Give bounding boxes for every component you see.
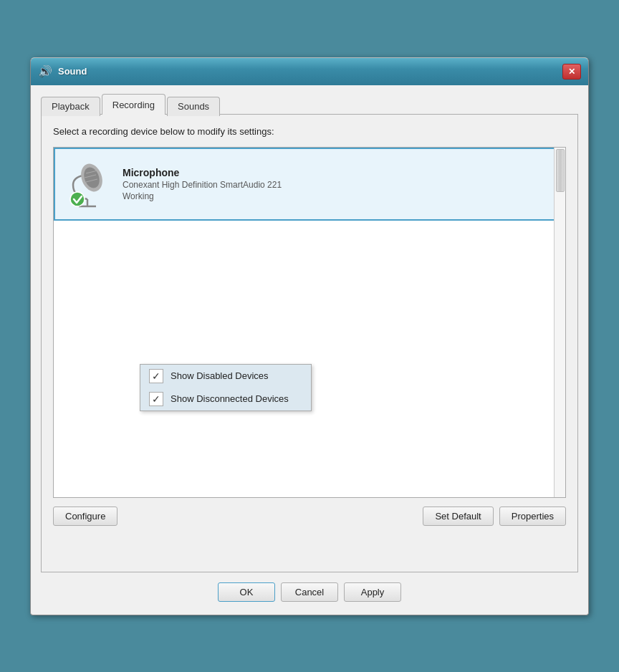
ok-button[interactable]: OK: [218, 582, 275, 602]
configure-button[interactable]: Configure: [53, 507, 117, 526]
device-item-microphone[interactable]: Microphone Conexant High Definition Smar…: [54, 148, 565, 221]
microphone-icon: [62, 159, 112, 209]
tabs-container: Playback Recording Sounds: [41, 94, 578, 115]
sound-dialog: 🔊 Sound ✕ Playback Recording Sounds Sele…: [30, 57, 589, 615]
apply-button[interactable]: Apply: [344, 582, 401, 602]
left-buttons: Configure: [53, 507, 117, 526]
context-menu-item-show-disconnected[interactable]: ✓ Show Disconnected Devices: [140, 388, 311, 411]
context-menu-item-show-disabled[interactable]: ✓ Show Disabled Devices: [140, 365, 311, 388]
tab-recording[interactable]: Recording: [102, 94, 165, 115]
tab-playback[interactable]: Playback: [41, 97, 100, 116]
scrollbar-thumb[interactable]: [556, 149, 565, 192]
cancel-button[interactable]: Cancel: [281, 582, 338, 602]
title-bar-icon: 🔊: [38, 64, 52, 79]
svg-point-7: [70, 192, 85, 206]
title-bar-title: Sound: [58, 66, 562, 77]
check-show-disconnected: ✓: [149, 392, 163, 406]
device-info: Microphone Conexant High Definition Smar…: [123, 167, 557, 201]
set-default-button[interactable]: Set Default: [423, 507, 493, 526]
scrollbar[interactable]: [554, 148, 565, 497]
check-show-disabled: ✓: [149, 369, 163, 383]
content-description: Select a recording device below to modif…: [53, 126, 566, 137]
properties-button[interactable]: Properties: [499, 507, 566, 526]
right-buttons: Set Default Properties: [423, 507, 566, 526]
window-body: Playback Recording Sounds Select a recor…: [31, 85, 588, 615]
bottom-buttons-row: Configure Set Default Properties: [53, 507, 566, 526]
device-list[interactable]: Microphone Conexant High Definition Smar…: [53, 147, 566, 498]
device-name: Microphone: [123, 167, 557, 178]
action-row: OK Cancel Apply: [41, 582, 578, 605]
tab-sounds[interactable]: Sounds: [167, 97, 220, 116]
title-bar: 🔊 Sound ✕: [31, 58, 588, 85]
device-driver: Conexant High Definition SmartAudio 221: [123, 180, 557, 190]
context-menu: ✓ Show Disabled Devices ✓ Show Disconnec…: [140, 364, 312, 411]
content-area: Select a recording device below to modif…: [41, 114, 578, 572]
device-status: Working: [123, 191, 557, 201]
close-button[interactable]: ✕: [562, 64, 581, 80]
